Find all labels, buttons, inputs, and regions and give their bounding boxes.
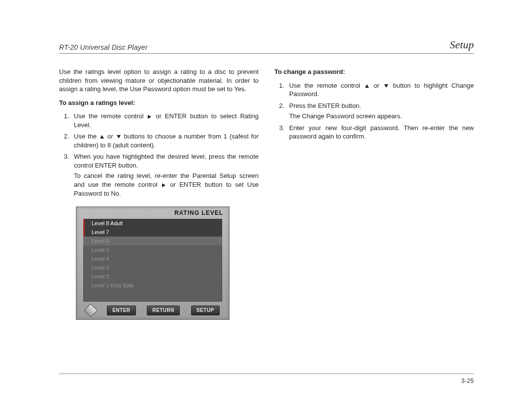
- down-arrow-icon: [117, 135, 121, 138]
- osd-level-1: Level 1 Kids Safe: [83, 281, 222, 290]
- left-column: Use the ratings level option to assign a…: [59, 68, 259, 320]
- change-pw-steps: Use the remote control or button to high…: [274, 81, 474, 141]
- page-footer: 3-25: [59, 374, 474, 384]
- page-number: 3-25: [461, 377, 474, 384]
- assign-step-2: Use the or buttons to choose a number fr…: [71, 132, 259, 149]
- osd-level-3: Level 3: [83, 263, 222, 272]
- content-columns: Use the ratings level option to assign a…: [59, 68, 474, 320]
- osd-level-2: Level 2: [83, 272, 222, 281]
- osd-button-bar: ENTER RETURN SETUP: [76, 305, 229, 316]
- osd-level-6: Level 6: [83, 237, 222, 245]
- osd-setup-button: SETUP: [191, 306, 220, 315]
- change-pw-step-3: Enter your new four-digit password. Then…: [286, 124, 474, 141]
- osd-level-4: Level 4: [83, 254, 222, 263]
- osd-title: RATING LEVEL: [174, 209, 223, 217]
- osd-panel: Level 8 Adult Level 7 Level 6 Level 5 Le…: [83, 219, 222, 302]
- page-header: RT-20 Universal Disc Player Setup: [59, 38, 474, 54]
- right-arrow-icon: [148, 115, 151, 119]
- osd-level-7: Level 7: [83, 228, 222, 237]
- right-column: To change a password: Use the remote con…: [274, 68, 474, 320]
- change-pw-step-2: Press the ENTER button. The Change Passw…: [286, 102, 474, 121]
- change-pw-step-2-sub: The Change Password screen appears.: [289, 112, 474, 121]
- osd-level-5: Level 5: [83, 245, 222, 254]
- up-arrow-icon: [365, 84, 369, 88]
- intro-paragraph: Use the ratings level option to assign a…: [59, 68, 259, 94]
- change-pw-heading: To change a password:: [274, 68, 474, 76]
- right-arrow-icon: [162, 183, 166, 187]
- manual-page: RT-20 Universal Disc Player Setup Use th…: [0, 0, 532, 411]
- osd-enter-button: ENTER: [107, 306, 135, 315]
- assign-steps: Use the remote control or ENTER button t…: [59, 112, 259, 198]
- product-name: RT-20 Universal Disc Player: [59, 43, 148, 51]
- up-arrow-icon: [100, 135, 104, 138]
- assign-step-1: Use the remote control or ENTER button t…: [71, 112, 259, 129]
- change-pw-step-1: Use the remote control or button to high…: [286, 81, 474, 99]
- osd-level-8: Level 8 Adult: [83, 219, 222, 228]
- down-arrow-icon: [384, 84, 388, 88]
- assign-cancel-note: To cancel the rating level, re-enter the…: [74, 171, 259, 198]
- osd-return-button: RETURN: [147, 306, 180, 315]
- rating-level-figure: RATING LEVEL Level 8 Adult Level 7 Level…: [76, 206, 230, 320]
- nav-pad-icon: [84, 304, 98, 317]
- section-title: Setup: [450, 38, 474, 51]
- assign-heading: To assign a ratings level:: [59, 99, 259, 107]
- assign-step-3: When you have highlighted the desired le…: [71, 152, 259, 198]
